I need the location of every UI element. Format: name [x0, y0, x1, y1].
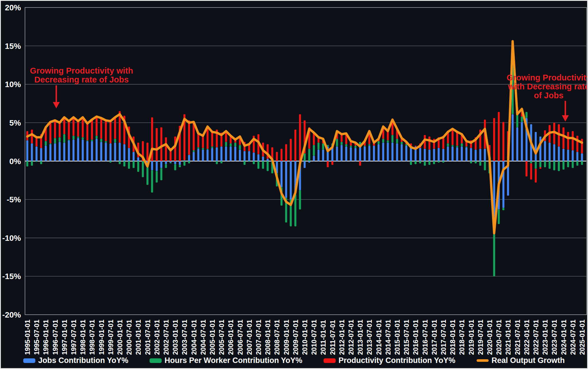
bar-segment-1	[364, 146, 366, 147]
bar-segment-2	[114, 117, 116, 139]
bar-segment-0	[73, 140, 75, 161]
bar-segment-2	[415, 146, 417, 147]
bar-segment-2	[525, 161, 527, 176]
x-tick-label: 2011-07-01	[329, 320, 336, 355]
legend-item-productivity[interactable]: Productivity Contribution YoY%	[324, 356, 455, 365]
bar-segment-0	[428, 149, 430, 161]
bar-segment-1	[475, 161, 477, 164]
bar-segment-2	[160, 127, 162, 161]
bar-segment-1	[220, 161, 223, 164]
bar-segment-0	[285, 161, 287, 198]
x-tick-label: 2010-01-01	[301, 320, 309, 355]
bar-segment-1	[142, 161, 144, 177]
bar-segment-0	[304, 161, 306, 168]
bar-segment-1	[230, 143, 232, 147]
bar-segment-2	[530, 164, 532, 180]
bar-segment-1	[68, 140, 70, 141]
x-tick-label: 2003-07-01	[181, 320, 188, 355]
bar-segment-1	[525, 112, 527, 118]
bar-segment-1	[114, 139, 116, 143]
bar-segment-2	[327, 161, 329, 167]
legend-item-real-output-growth[interactable]: Real Output Growth	[477, 356, 565, 365]
x-tick-label: 2009-07-01	[292, 320, 299, 355]
bar-segment-2	[146, 143, 148, 161]
bar-segment-1	[304, 153, 306, 161]
legend-label-hours: Hours Per Worker Contribution YoY%	[165, 356, 302, 365]
bar-segment-0	[262, 156, 264, 161]
bar-segment-1	[40, 161, 42, 164]
annotation-left-line-2: Decreasing rate of Jobs	[30, 75, 133, 84]
x-tick-label: 2025-01-01	[578, 320, 586, 355]
bar-segment-0	[179, 161, 181, 165]
x-tick-label: 2004-01-01	[190, 320, 198, 355]
bar-segment-2	[68, 121, 70, 140]
annotation-left-line-1: Growing Productivity with	[30, 66, 133, 75]
bar-segment-2	[202, 136, 204, 148]
bar-segment-0	[109, 143, 111, 161]
annotation-arrow-head-icon	[53, 102, 60, 108]
bar-segment-2	[299, 114, 301, 161]
x-tick-label: 2017-01-01	[430, 320, 438, 355]
bar-segment-1	[456, 146, 458, 147]
bar-segment-0	[174, 161, 176, 164]
bar-segment-1	[396, 139, 398, 143]
bar-segment-1	[539, 161, 541, 167]
bar-segment-1	[308, 149, 310, 161]
bar-segment-0	[405, 146, 407, 161]
bar-segment-0	[313, 156, 315, 161]
bar-segment-1	[553, 161, 555, 170]
bar-segment-1	[174, 164, 176, 170]
bar-segment-1	[521, 116, 523, 122]
bar-segment-0	[396, 143, 398, 161]
bar-segment-0	[165, 161, 167, 164]
bar-segment-1	[188, 161, 190, 164]
x-tick-label: 2013-07-01	[365, 320, 373, 355]
bar-segment-1	[562, 161, 564, 170]
bar-segment-0	[216, 147, 218, 161]
legend-swatch-output-line-icon	[477, 359, 489, 362]
bar-segment-0	[26, 140, 28, 161]
bar-segment-1	[336, 139, 338, 147]
bar-segment-0	[456, 147, 458, 161]
bar-segment-2	[109, 120, 111, 143]
x-tick-label: 2012-01-01	[338, 320, 346, 355]
legend-item-hours-per-worker[interactable]: Hours Per Worker Contribution YoY%	[150, 356, 302, 365]
bar-segment-0	[267, 159, 269, 161]
bar-segment-0	[197, 149, 199, 161]
legend-item-jobs[interactable]: Jobs Contribution YoY%	[23, 356, 128, 365]
bar-segment-1	[26, 161, 28, 167]
bar-segment-1	[498, 210, 500, 224]
bar-segment-0	[364, 147, 366, 161]
bar-segment-1	[54, 138, 56, 143]
bar-segment-0	[424, 149, 426, 161]
x-tick-label: 1998-01-01	[79, 320, 87, 355]
bar-segment-0	[128, 148, 130, 161]
x-tick-label: 2017-07-01	[440, 320, 447, 355]
bar-segment-0	[535, 132, 537, 161]
annotation-right-line-3: of Jobs	[506, 91, 588, 100]
y-tick-label: -20%	[2, 310, 21, 319]
bar-segment-2	[567, 132, 569, 149]
bar-segment-2	[197, 133, 199, 147]
bar-segment-2	[294, 130, 296, 161]
x-tick-label: 2002-01-01	[153, 320, 161, 355]
bar-segment-1	[128, 161, 130, 169]
bar-segment-0	[567, 149, 569, 161]
bar-segment-0	[151, 161, 153, 170]
bar-segment-1	[415, 161, 417, 164]
bar-segment-0	[558, 147, 560, 161]
y-tick-label: -5%	[7, 195, 21, 204]
bar-segment-2	[572, 131, 574, 150]
bar-segment-0	[243, 151, 245, 161]
bar-segment-0	[345, 147, 347, 161]
bar-segment-0	[156, 161, 158, 171]
x-tick-label: 2006-07-01	[236, 320, 244, 355]
bar-segment-0	[188, 155, 190, 161]
x-tick-label: 2002-07-01	[162, 320, 170, 355]
bar-segment-2	[535, 169, 537, 182]
x-tick-label: 2019-07-01	[477, 320, 484, 355]
bar-segment-0	[355, 148, 357, 161]
bar-segment-1	[484, 161, 486, 170]
x-tick-label: 1999-07-01	[107, 320, 115, 355]
bar-segment-2	[290, 139, 292, 161]
